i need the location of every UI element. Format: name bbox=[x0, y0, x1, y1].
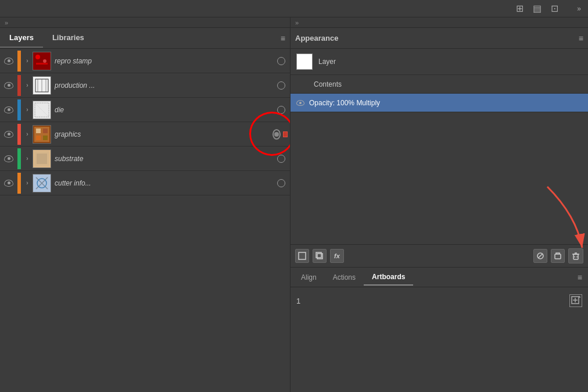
eye-icon bbox=[4, 82, 13, 89]
svg-rect-30 bbox=[555, 254, 561, 259]
layer-thumbnail-substrate bbox=[33, 149, 51, 168]
layer-target-graphics[interactable] bbox=[273, 129, 290, 140]
layer-visibility-repro[interactable] bbox=[0, 58, 17, 65]
layers-menu-icon[interactable]: ≡ bbox=[281, 34, 285, 43]
layer-target-substrate[interactable] bbox=[273, 155, 290, 163]
layer-row[interactable]: › cutter info... bbox=[0, 171, 290, 195]
eye-small-icon[interactable] bbox=[296, 100, 304, 106]
target-circle-filled bbox=[273, 129, 281, 140]
appearance-opacity-row[interactable]: Opacity: 100% Multiply bbox=[291, 94, 588, 112]
layer-color-bar bbox=[17, 51, 21, 72]
fx-button[interactable]: fx bbox=[330, 249, 344, 263]
layer-thumbnail-graphics bbox=[33, 125, 51, 144]
layer-name-substrate: substrate bbox=[55, 155, 273, 163]
layer-target-cutter[interactable] bbox=[273, 179, 290, 187]
expand-icon[interactable]: ⊡ bbox=[551, 3, 558, 14]
panel-icon[interactable]: ▤ bbox=[533, 3, 542, 14]
target-circle bbox=[277, 81, 285, 90]
layers-list: › repro stamp bbox=[0, 49, 290, 392]
svg-rect-0 bbox=[33, 52, 51, 70]
grid-icon[interactable]: ⊞ bbox=[516, 3, 524, 14]
layer-visibility-die[interactable] bbox=[0, 106, 17, 113]
layer-row[interactable]: › substrate bbox=[0, 147, 290, 171]
layer-expand-die[interactable]: › bbox=[22, 106, 33, 113]
layer-row[interactable]: › production ... bbox=[0, 73, 290, 98]
top-bar: ⊞ ▤ ⊡ » bbox=[0, 0, 588, 17]
svg-point-1 bbox=[35, 55, 40, 59]
layer-visibility-production[interactable] bbox=[0, 82, 17, 89]
fx-label: fx bbox=[334, 252, 340, 259]
delete-button[interactable] bbox=[568, 248, 583, 263]
artboard-row[interactable]: 1 bbox=[296, 292, 582, 309]
new-artboard-button[interactable] bbox=[569, 294, 582, 307]
layer-row[interactable]: › die bbox=[0, 98, 290, 122]
layer-visibility-graphics[interactable] bbox=[0, 131, 17, 138]
layer-name-die: die bbox=[55, 106, 273, 114]
layers-panel: » Layers Libraries ≡ › bbox=[0, 17, 291, 392]
tab-libraries[interactable]: Libraries bbox=[43, 28, 94, 48]
layer-thumbnail-die bbox=[33, 101, 51, 119]
appearance-spacer bbox=[291, 112, 588, 244]
layer-thumbnail-repro bbox=[33, 52, 51, 70]
layer-expand-production[interactable]: › bbox=[22, 82, 33, 88]
layer-name-graphics: graphics bbox=[55, 130, 273, 138]
appearance-contents-label: Contents bbox=[314, 80, 342, 88]
tab-layers[interactable]: Layers bbox=[0, 28, 43, 48]
layer-expand-graphics[interactable]: › bbox=[22, 131, 33, 137]
tab-align[interactable]: Align bbox=[293, 270, 325, 285]
layer-color-bar bbox=[17, 173, 21, 194]
eye-icon bbox=[4, 131, 13, 138]
svg-point-2 bbox=[43, 59, 46, 63]
mask-button[interactable] bbox=[551, 249, 565, 263]
layer-expand-cutter[interactable]: › bbox=[22, 180, 33, 186]
duplicate-button[interactable] bbox=[313, 249, 327, 263]
appearance-toolbar: fx bbox=[291, 244, 588, 268]
eye-icon bbox=[4, 180, 13, 187]
bottom-menu-icon[interactable]: ≡ bbox=[578, 273, 586, 282]
artboard-number: 1 bbox=[296, 297, 569, 305]
svg-rect-15 bbox=[43, 129, 48, 133]
eye-icon bbox=[4, 155, 13, 162]
layer-name-cutter: cutter info... bbox=[55, 179, 273, 187]
appearance-title: Appearance bbox=[295, 29, 343, 47]
no-button[interactable] bbox=[533, 249, 547, 263]
right-panel-collapse[interactable]: » bbox=[291, 17, 588, 28]
eye-icon bbox=[4, 106, 13, 113]
right-collapse-arrow: » bbox=[295, 19, 299, 26]
layer-expand-repro[interactable]: › bbox=[22, 58, 33, 64]
target-square-red bbox=[283, 131, 288, 137]
svg-rect-20 bbox=[37, 154, 47, 164]
appearance-header: Appearance ≡ bbox=[291, 28, 588, 49]
layer-name-repro: repro stamp bbox=[55, 57, 273, 65]
tab-artboards[interactable]: Artboards bbox=[364, 269, 413, 286]
layer-color-bar bbox=[17, 124, 21, 145]
target-circle bbox=[277, 155, 285, 163]
layer-target-production[interactable] bbox=[273, 81, 290, 90]
appearance-layer-row: Layer bbox=[291, 49, 588, 75]
target-circle bbox=[277, 179, 285, 187]
svg-rect-17 bbox=[43, 136, 48, 140]
right-collapse[interactable]: » bbox=[577, 5, 581, 13]
svg-rect-25 bbox=[299, 252, 306, 259]
bottom-tabs: Align Actions Artboards ≡ bbox=[291, 268, 588, 287]
right-panel: » Appearance ≡ Layer Contents bbox=[291, 17, 588, 392]
layer-thumbnail-cutter bbox=[33, 174, 51, 193]
layer-color-bar bbox=[17, 99, 21, 120]
layer-row[interactable]: › repro stamp bbox=[0, 49, 290, 73]
new-item-button[interactable] bbox=[295, 249, 309, 263]
layer-target-die[interactable] bbox=[273, 106, 290, 114]
layer-visibility-cutter[interactable] bbox=[0, 180, 17, 187]
layer-thumbnail-production bbox=[33, 76, 51, 95]
appearance-menu-icon[interactable]: ≡ bbox=[579, 34, 583, 43]
layer-target-repro[interactable] bbox=[273, 57, 290, 65]
svg-rect-14 bbox=[36, 129, 41, 133]
layer-expand-substrate[interactable]: › bbox=[22, 155, 33, 162]
layer-row-graphics[interactable]: › graphics bbox=[0, 122, 290, 147]
eye-icon bbox=[4, 58, 13, 65]
svg-rect-3 bbox=[36, 63, 48, 65]
left-panel-collapse[interactable]: » bbox=[0, 17, 290, 28]
tab-actions[interactable]: Actions bbox=[325, 270, 364, 285]
appearance-opacity-label: Opacity: 100% Multiply bbox=[309, 99, 380, 107]
target-circle bbox=[277, 57, 285, 65]
layer-visibility-substrate[interactable] bbox=[0, 155, 17, 162]
